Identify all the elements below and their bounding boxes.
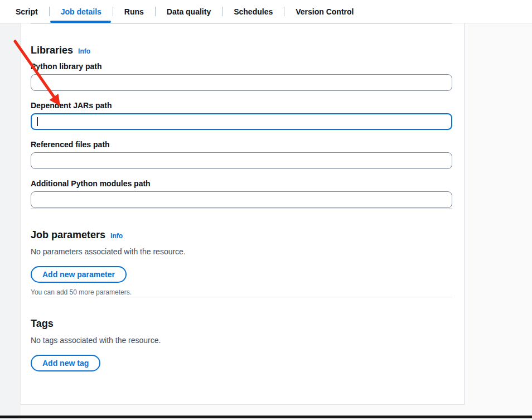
additional-python-modules-path-label: Additional Python modules path [31,178,452,189]
left-gutter [0,23,21,420]
tab-version-control[interactable]: Version Control [284,0,365,23]
tab-data-quality[interactable]: Data quality [156,0,222,23]
page-background: Libraries Info Python library path Depen… [0,23,532,420]
libraries-info-link[interactable]: Info [78,47,90,55]
tab-schedules[interactable]: Schedules [223,0,284,23]
tags-title: Tags [31,317,54,330]
tags-empty-text: No tags associated with the resource. [31,335,452,346]
libraries-title: Libraries [31,44,73,56]
job-tabs: Script Job details Runs Data quality Sch… [0,0,532,23]
section-divider [31,208,452,209]
python-library-path-label: Python library path [31,61,452,71]
tags-section-heading: Tags [31,317,452,330]
section-divider [31,23,452,24]
job-parameters-info-link[interactable]: Info [110,232,123,240]
job-parameters-helper-text: You can add 50 more parameters. [31,288,452,297]
section-divider [31,297,452,297]
add-new-parameter-button[interactable]: Add new parameter [31,266,127,283]
referenced-files-path-label: Referenced files path [31,139,452,149]
job-parameters-section-heading: Job parameters Info [31,229,452,241]
add-new-tag-button[interactable]: Add new tag [31,355,100,371]
tab-job-details[interactable]: Job details [50,0,113,23]
python-library-path-input[interactable] [31,74,452,91]
referenced-files-path-input[interactable] [31,152,452,169]
job-details-panel: Libraries Info Python library path Depen… [21,23,465,405]
job-parameters-title: Job parameters [31,229,105,241]
job-parameters-empty-text: No parameters associated with the resour… [31,246,452,257]
tab-script[interactable]: Script [4,0,49,23]
additional-python-modules-path-input[interactable] [31,191,452,208]
dependent-jars-path-label: Dependent JARs path [31,100,452,110]
text-cursor [37,117,38,126]
dependent-jars-path-input[interactable] [31,113,452,130]
libraries-section-heading: Libraries Info [31,44,452,56]
window-bottom-edge [0,416,532,418]
tab-runs[interactable]: Runs [113,0,155,23]
